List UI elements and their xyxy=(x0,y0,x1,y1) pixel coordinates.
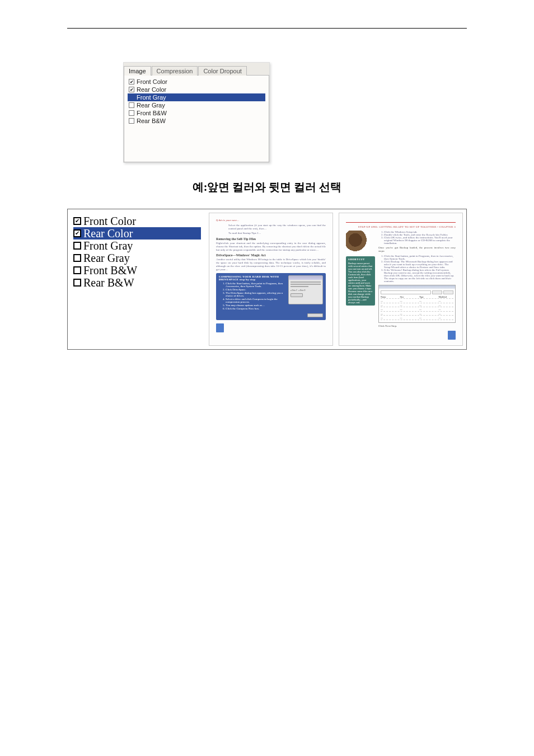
shortcut-title: SHORTCUT xyxy=(348,258,373,261)
chapter-line: STEP-UP ONE: GETTING READY TO SET UP TOG… xyxy=(346,226,456,228)
tab-compression[interactable]: Compression xyxy=(152,66,198,76)
opt-front-gray[interactable]: Front Gray xyxy=(128,93,265,101)
body-text: Right-click your shortcut and the underl… xyxy=(216,242,326,251)
opt2-rear-gray[interactable]: Rear Gray xyxy=(73,252,201,264)
opt-label: Front Gray xyxy=(83,240,133,252)
checkbox-icon[interactable] xyxy=(73,279,81,287)
figure-caption: 예:앞면 컬러와 뒷면 컬러 선택 xyxy=(67,180,467,195)
body-text: Select the application (if you start up … xyxy=(228,224,326,231)
tab-row: Image Compression Color Dropout xyxy=(124,63,269,75)
dialog-illustration: NameSizeTypeModified ———— ———— ———— ————… xyxy=(378,285,456,323)
opt2-rear-color[interactable]: Rear Color xyxy=(73,227,201,240)
opt-front-color[interactable]: Front Color xyxy=(128,78,265,86)
small-heading: If this is your case… xyxy=(216,219,326,222)
checkbox-icon[interactable] xyxy=(129,118,134,124)
figure-tab-dialog: Image Compression Color Dropout Front Co… xyxy=(123,62,467,163)
tab-body: Front Color Rear Color Front Gray Rear G… xyxy=(124,75,269,162)
checkbox-icon[interactable] xyxy=(129,95,134,100)
section-heading: Removing the Self-Tip Files xyxy=(216,237,326,241)
opt-label: Front Gray xyxy=(137,93,166,101)
preview-front-color: If this is your case… Select the applica… xyxy=(209,213,333,346)
callout-box: ● Drive C ● Drive D COMPRESSING YOUR HAR… xyxy=(216,273,326,320)
tab-box: Image Compression Color Dropout Front Co… xyxy=(123,62,270,163)
shortcut-box: SHORTCUT Backup comes preset with severa… xyxy=(346,256,375,306)
checkbox-icon[interactable] xyxy=(73,266,81,274)
option-list-large: Front Color Rear Color Front Gray Rear G… xyxy=(71,213,203,346)
checkbox-icon[interactable] xyxy=(73,242,81,250)
shortcut-text: Backup comes preset with several entries… xyxy=(348,262,373,304)
header-rule xyxy=(67,28,467,29)
checkbox-icon[interactable] xyxy=(129,102,134,108)
numbered-list: Click the Start button, point to Program… xyxy=(384,255,456,283)
illustration-icon xyxy=(346,231,369,254)
document-page: Image Compression Color Dropout Front Co… xyxy=(0,0,534,756)
checkbox-icon[interactable] xyxy=(129,110,134,116)
opt2-front-gray[interactable]: Front Gray xyxy=(73,240,201,252)
opt-rear-bw[interactable]: Rear B&W xyxy=(128,117,265,125)
body-text: Another useful utility that Windows 98 b… xyxy=(216,258,326,271)
preview-rear-color: STEP-UP ONE: GETTING READY TO SET UP TOG… xyxy=(339,213,463,346)
list-item: Click Backup. The Microsoft Backup dialo… xyxy=(384,260,456,269)
opt2-front-bw[interactable]: Front B&W xyxy=(73,264,201,276)
body-text: Click Next Step. xyxy=(378,325,456,328)
opt-label: Front B&W xyxy=(83,264,137,276)
opt-rear-gray[interactable]: Rear Gray xyxy=(128,101,265,109)
body-text: Once you've got Backup loaded, the proce… xyxy=(378,246,456,253)
numbered-list: Click the Windows Setup tab. Double-clic… xyxy=(384,231,456,245)
opt-label: Rear B&W xyxy=(137,117,166,125)
opt-label: Rear Color xyxy=(137,86,166,93)
opt-label: Front Color xyxy=(137,78,167,86)
list-item: Click the Compress Now box. xyxy=(226,307,323,310)
page-thumb-icon xyxy=(216,323,224,332)
opt-front-bw[interactable]: Front B&W xyxy=(128,109,265,117)
opt2-front-color[interactable]: Front Color xyxy=(73,215,201,227)
tab-color-dropout[interactable]: Color Dropout xyxy=(198,66,246,76)
checkbox-icon[interactable] xyxy=(73,217,81,225)
body-text: To mail that Startup Tips 2… xyxy=(228,232,326,235)
opt-label: Front B&W xyxy=(137,109,167,117)
opt-label: Front Color xyxy=(83,215,136,227)
mini-window-icon: ● Drive C ● Drive D xyxy=(288,275,323,304)
section-heading: DriveSpace—Windows' Magic Act xyxy=(216,253,326,257)
list-item: Click the Start button, point to Program… xyxy=(384,255,456,260)
checkbox-icon[interactable] xyxy=(73,254,81,262)
checkbox-icon[interactable] xyxy=(129,87,134,92)
opt-rear-color[interactable]: Rear Color xyxy=(128,86,265,93)
opt-label: Rear Gray xyxy=(137,101,165,109)
checkbox-icon[interactable] xyxy=(129,79,134,84)
opt2-rear-bw[interactable]: Rear B&W xyxy=(73,276,201,289)
list-item: If the Welcome! Backup dialog box offers… xyxy=(384,269,456,283)
opt-label: Rear B&W xyxy=(83,276,134,289)
tab-image[interactable]: Image xyxy=(124,66,151,76)
opt-label: Rear Gray xyxy=(83,252,130,264)
figure-example-row: Front Color Rear Color Front Gray Rear G… xyxy=(67,209,467,350)
list-item: Click OK twice, and follow the instructi… xyxy=(384,236,456,245)
page-thumb-icon xyxy=(448,331,456,340)
opt-label: Rear Color xyxy=(83,227,133,240)
checkbox-icon[interactable] xyxy=(73,229,81,237)
